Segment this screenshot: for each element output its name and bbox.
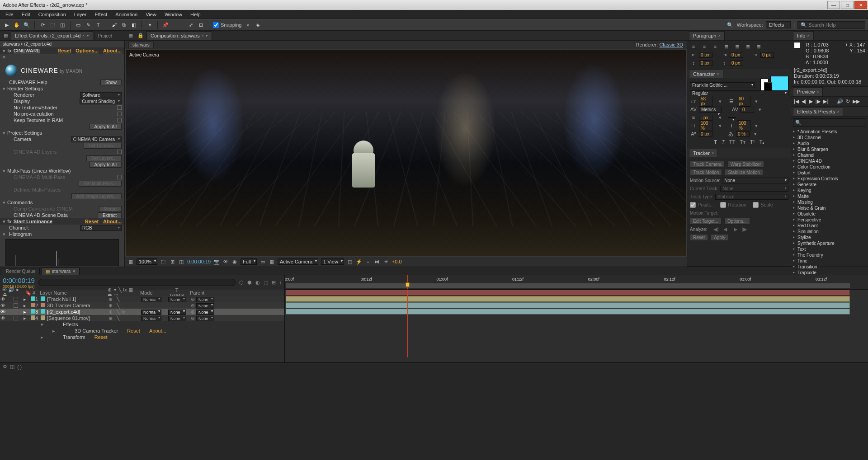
cineware-header[interactable]: ▾fx CINEWARE Reset Options... About... <box>0 47 124 54</box>
menu-animation[interactable]: Animation <box>112 11 141 18</box>
brackets-icon[interactable]: { } <box>17 364 22 370</box>
hscale-input[interactable]: 100 % <box>737 120 750 131</box>
preset-category[interactable]: Text <box>791 246 868 252</box>
transparency-icon[interactable]: ▦ <box>269 258 275 265</box>
set-multipass-button[interactable]: Set Multi-Pass... <box>79 181 122 187</box>
c4dlayers-checkbox[interactable] <box>117 150 122 154</box>
layer-3d-camera-tracker[interactable]: 3D Camera Tracker <box>75 328 118 333</box>
leading-input[interactable]: 60 px <box>737 96 750 107</box>
zoom-select[interactable]: 100% <box>137 258 157 265</box>
hand-tool-icon[interactable]: ✋ <box>13 21 21 29</box>
eraser-tool-icon[interactable]: ◧ <box>130 21 138 29</box>
layer-transform-group[interactable]: Transform <box>63 334 85 340</box>
set-layers-button[interactable]: Set Layers... <box>86 155 122 161</box>
stroke-input[interactable]: - px <box>699 115 712 121</box>
tab-composition[interactable]: Composition: starwars×▾ <box>146 31 212 40</box>
font-style-select[interactable]: Regular <box>690 90 788 96</box>
tl-icon-4[interactable]: ⬚ <box>264 280 268 286</box>
effect-reset-link[interactable]: Reset <box>127 328 140 333</box>
resolution-select[interactable]: Full <box>241 258 257 265</box>
tab-info[interactable]: Info× <box>793 31 814 40</box>
toggle-switches-icon[interactable]: ⚙ <box>3 364 7 370</box>
indent-left-input[interactable]: 0 px <box>699 52 712 58</box>
menu-help[interactable]: Help <box>187 11 204 18</box>
prev-frame-icon[interactable]: ◀| <box>802 99 807 104</box>
preset-category[interactable]: Color Correction <box>791 164 868 170</box>
show-snapshot-icon[interactable]: 👁 <box>222 258 229 265</box>
search-icon[interactable]: 🔍 <box>726 21 734 29</box>
stroke-order-select[interactable] <box>728 117 736 118</box>
snap-opt-icon[interactable]: ⌖ <box>244 21 252 29</box>
exposure-value[interactable]: +0.0 <box>392 259 402 264</box>
vscale-input[interactable]: 100 % <box>699 120 712 131</box>
preset-category[interactable]: The Foundry <box>791 252 868 258</box>
menu-effect[interactable]: Effect <box>91 11 111 18</box>
start-luminance-header[interactable]: ▾fx Start Luminance Reset About... <box>0 218 124 225</box>
roi-icon[interactable]: ▭ <box>259 258 266 265</box>
track-camera-button[interactable]: Track Camera <box>690 161 725 168</box>
space-after-input[interactable]: 0 px <box>730 60 743 66</box>
res-icon[interactable]: ⬚ <box>160 258 166 265</box>
magnify-icon[interactable]: ▦ <box>127 258 134 265</box>
layer-row[interactable]: 👁 ▸ 3 [r2_export.c4d] ⊕ ╲ fx Norma None … <box>0 309 284 315</box>
tl-icon-1[interactable]: ⬡ <box>239 280 244 286</box>
audio-icon[interactable]: 🔊 <box>837 99 843 104</box>
effect-about-link[interactable]: About... <box>149 328 166 333</box>
pan-behind-tool-icon[interactable]: ◫ <box>58 21 66 29</box>
last-frame-icon[interactable]: ▶| <box>823 99 828 104</box>
roto-tool-icon[interactable]: ✦ <box>146 21 154 29</box>
stabilize-motion-button[interactable]: Stabilize Motion <box>725 169 763 176</box>
indent-right-input[interactable]: 0 px <box>760 52 774 58</box>
cineware-about[interactable]: About... <box>103 48 122 53</box>
selection-tool-icon[interactable]: ▶ <box>3 21 11 29</box>
preset-category[interactable]: Generate <box>791 182 868 188</box>
tsume-input[interactable]: 0 % <box>736 131 750 137</box>
snap-opt2-icon[interactable]: ◈ <box>254 21 262 29</box>
tab-effect-controls[interactable]: Effect Controls: r2_export.c4d×▾ <box>11 31 93 40</box>
baseline-input[interactable]: 0 px <box>699 131 712 137</box>
font-size-input[interactable]: 58 px <box>699 96 712 107</box>
guides-icon[interactable]: ◫ <box>178 258 184 265</box>
cineware-show-button[interactable]: Show <box>100 80 122 85</box>
preset-category[interactable]: Time <box>791 258 868 264</box>
preset-category[interactable]: Audio <box>791 141 868 146</box>
kerning-select[interactable]: Metrics <box>699 107 722 113</box>
play-icon[interactable]: ▶ <box>809 99 813 104</box>
channel-icon[interactable]: ◉ <box>231 258 238 265</box>
warp-stabilizer-button[interactable]: Warp Stabilizer <box>727 161 764 168</box>
window-minimize[interactable]: — <box>827 1 840 9</box>
preset-category[interactable]: * Animation Presets <box>791 129 868 135</box>
layer-effects-group[interactable]: Effects <box>63 322 78 327</box>
reset-exposure-icon[interactable]: ☀ <box>383 258 389 265</box>
workspace-select[interactable]: Effects <box>766 21 791 28</box>
preset-category[interactable]: Keying <box>791 188 868 193</box>
tracking-input[interactable]: 0 <box>741 107 754 113</box>
snapping-checkbox[interactable] <box>213 22 219 28</box>
justify-last-left-icon[interactable]: ≣ <box>722 43 730 50</box>
comp-nav-tab[interactable]: starwars <box>128 42 154 48</box>
preset-category[interactable]: Matte <box>791 193 868 199</box>
menu-file[interactable]: File <box>2 11 17 18</box>
smallcaps-icon[interactable]: Tᴛ <box>740 139 746 145</box>
renderer-value-link[interactable]: Classic 3D <box>659 42 683 47</box>
timeline-track-area[interactable]: 0:00f00:12f01:00f01:12f02:00f02:12f03:00… <box>285 275 868 362</box>
lum-reset[interactable]: Reset <box>85 219 99 224</box>
menu-edit[interactable]: Edit <box>18 11 34 18</box>
ram-preview-icon[interactable]: ▶▶ <box>853 99 860 104</box>
pen-tool-icon[interactable]: ✎ <box>84 21 92 29</box>
align-right-icon[interactable]: ≡ <box>712 43 719 50</box>
grid-icon[interactable]: ⊞ <box>169 258 175 265</box>
layer-row[interactable]: 👁 ▸ 4 [Sequence 01.mov] ⊕ ╲ Norma None ⊚… <box>0 315 284 321</box>
clone-tool-icon[interactable]: ⧉ <box>120 21 128 29</box>
cineware-reset[interactable]: Reset <box>57 48 71 53</box>
nopre-checkbox[interactable] <box>117 112 122 116</box>
allcaps-icon[interactable]: TT <box>729 139 735 145</box>
preset-category[interactable]: Stylize <box>791 235 868 240</box>
world-axis-icon[interactable]: ⊞ <box>197 21 205 29</box>
tl-icon-2[interactable]: ⬢ <box>247 280 252 286</box>
tab-character[interactable]: Character× <box>689 70 723 78</box>
space-before-input[interactable]: 0 px <box>699 60 712 66</box>
channel-select[interactable]: RGB <box>80 225 122 231</box>
text-tool-icon[interactable]: T <box>94 21 102 29</box>
preset-category[interactable]: Simulation <box>791 229 868 235</box>
